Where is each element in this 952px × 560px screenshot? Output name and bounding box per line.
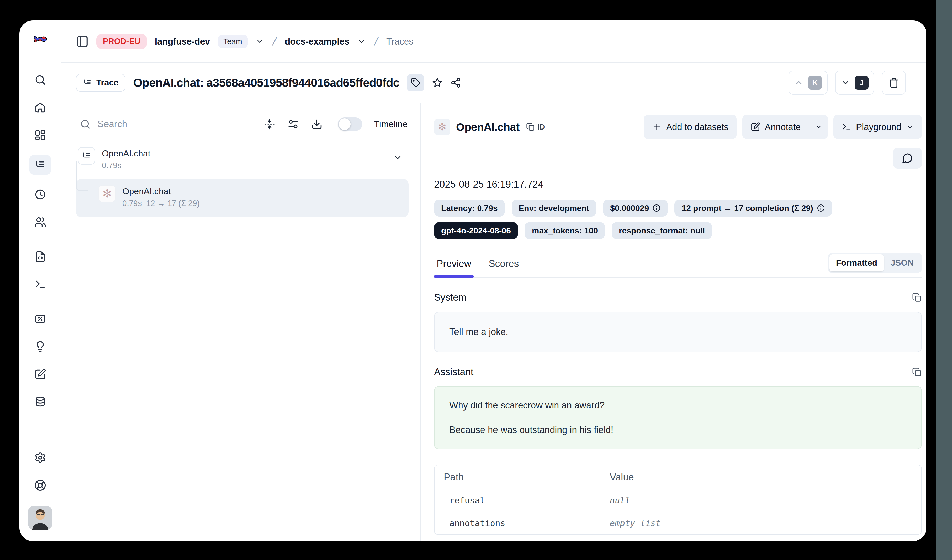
breadcrumb-separator: / bbox=[270, 35, 278, 48]
tag-icon[interactable] bbox=[407, 74, 424, 91]
org-chevron-down-icon[interactable] bbox=[255, 37, 264, 46]
user-avatar[interactable] bbox=[28, 506, 52, 530]
org-type-badge: Team bbox=[218, 35, 247, 48]
trace-tree-panel: Timeline OpenAI.chat 0.79s bbox=[62, 103, 421, 541]
detail-tabs: Preview Scores Formatted JSON bbox=[434, 253, 922, 278]
format-formatted-option[interactable]: Formatted bbox=[829, 255, 884, 271]
tab-scores[interactable]: Scores bbox=[486, 258, 521, 277]
environment-badge[interactable]: PROD-EU bbox=[96, 34, 147, 49]
system-message-box: Tell me a joke. bbox=[434, 312, 922, 352]
column-path: Path bbox=[434, 465, 610, 489]
max-tokens-badge: max_tokens: 100 bbox=[525, 222, 605, 239]
annotation-queues-icon[interactable] bbox=[34, 368, 46, 381]
trace-header-bar: Trace OpenAI.chat: a3568a4051958f944016a… bbox=[62, 63, 926, 103]
project-chevron-down-icon[interactable] bbox=[357, 37, 366, 46]
table-row: refusal null bbox=[434, 489, 921, 512]
support-icon[interactable] bbox=[34, 479, 46, 492]
trace-type-label: Trace bbox=[96, 78, 118, 88]
breadcrumb-separator: / bbox=[372, 35, 380, 48]
token-usage-badge[interactable]: 12 prompt → 17 completion (Σ 29) bbox=[674, 200, 832, 216]
assistant-message-box: Why did the scarecrow win an award? Beca… bbox=[434, 386, 922, 449]
table-row: annotations empty list bbox=[434, 512, 921, 534]
model-badge-row: gpt-4o-2024-08-06 max_tokens: 100 respon… bbox=[434, 222, 922, 239]
observation-actions: Add to datasets Annotate bbox=[644, 115, 922, 139]
response-format-badge: response_format: null bbox=[612, 222, 712, 239]
trace-title: OpenAI.chat: a3568a4051958f944016ad65ffe… bbox=[133, 76, 399, 89]
dashboards-icon[interactable] bbox=[34, 129, 46, 142]
observation-title: OpenAI.chat bbox=[456, 121, 519, 133]
content-row: Timeline OpenAI.chat 0.79s bbox=[62, 103, 926, 541]
breadcrumb-org[interactable]: langfuse-dev bbox=[155, 36, 210, 46]
playground-icon[interactable] bbox=[34, 278, 46, 291]
trace-type-badge: Trace bbox=[76, 74, 125, 92]
annotate-dropdown-chevron-icon[interactable] bbox=[809, 115, 828, 139]
root-node-duration: 0.79s bbox=[102, 160, 150, 172]
settings-icon[interactable] bbox=[34, 451, 46, 464]
system-section-title: System bbox=[434, 292, 467, 303]
copy-icon[interactable] bbox=[912, 293, 922, 302]
main-column: PROD-EU langfuse-dev Team / docs-example… bbox=[62, 20, 926, 541]
timeline-toggle[interactable] bbox=[338, 117, 362, 131]
delete-trace-button[interactable] bbox=[882, 71, 906, 95]
users-icon[interactable] bbox=[34, 216, 46, 228]
annotate-split-button: Annotate bbox=[742, 115, 828, 139]
tree-toolbar: Timeline bbox=[62, 112, 420, 136]
table-header-row: Path Value bbox=[434, 465, 921, 489]
prev-trace-button[interactable]: K bbox=[789, 71, 828, 95]
breadcrumb-project[interactable]: docs-examples bbox=[285, 36, 349, 46]
home-icon[interactable] bbox=[34, 101, 46, 114]
sessions-icon[interactable] bbox=[34, 188, 46, 201]
cost-badge[interactable]: $0.000029 bbox=[603, 200, 668, 216]
tab-preview[interactable]: Preview bbox=[434, 258, 474, 277]
insights-icon[interactable] bbox=[34, 340, 46, 353]
format-toggle: Formatted JSON bbox=[828, 253, 922, 273]
root-node-name: OpenAI.chat bbox=[102, 147, 150, 160]
langfuse-logo[interactable] bbox=[33, 34, 48, 45]
search-icon bbox=[80, 119, 91, 130]
bookmark-star-icon[interactable] bbox=[432, 77, 443, 88]
info-icon bbox=[817, 204, 825, 212]
comment-row bbox=[434, 148, 922, 169]
path-cell: annotations bbox=[434, 512, 610, 534]
add-to-datasets-button[interactable]: Add to datasets bbox=[644, 115, 737, 139]
value-cell: empty list bbox=[610, 512, 921, 534]
tracing-icon[interactable] bbox=[29, 155, 51, 174]
app-window: PROD-EU langfuse-dev Team / docs-example… bbox=[20, 20, 926, 541]
collapse-all-icon[interactable] bbox=[264, 119, 275, 130]
column-value: Value bbox=[610, 465, 921, 489]
view-settings-icon[interactable] bbox=[287, 119, 299, 130]
env-badge: Env: development bbox=[512, 200, 597, 216]
path-cell: refusal bbox=[434, 489, 610, 512]
model-badge[interactable]: gpt-4o-2024-08-06 bbox=[434, 222, 518, 239]
collapse-node-chevron-icon[interactable] bbox=[393, 153, 402, 172]
next-trace-button[interactable]: J bbox=[835, 71, 874, 95]
tree-root-node[interactable]: OpenAI.chat 0.79s bbox=[72, 144, 414, 172]
timeline-toggle-label: Timeline bbox=[374, 119, 408, 129]
metrics-badge-row: Latency: 0.79s Env: development $0.00002… bbox=[434, 200, 922, 216]
copy-id-button[interactable]: ID bbox=[526, 123, 545, 131]
format-json-option[interactable]: JSON bbox=[884, 255, 920, 271]
observation-timestamp: 2025-08-25 16:19:17.724 bbox=[434, 179, 922, 190]
annotate-button[interactable]: Annotate bbox=[742, 115, 809, 139]
openai-node-icon: ✻ bbox=[98, 185, 116, 202]
child-node-meta: 0.79s 12 → 17 (Σ 29) bbox=[122, 197, 200, 210]
output-path-value-table: Path Value refusal null annotations empt… bbox=[434, 464, 922, 535]
keyboard-shortcut-k: K bbox=[808, 76, 822, 89]
breadcrumb-page[interactable]: Traces bbox=[386, 36, 414, 46]
prompts-icon[interactable] bbox=[34, 250, 46, 263]
desktop-background-strip bbox=[936, 0, 952, 560]
download-icon[interactable] bbox=[311, 119, 322, 130]
share-icon[interactable] bbox=[450, 77, 461, 88]
evaluations-icon[interactable] bbox=[34, 313, 46, 325]
id-label: ID bbox=[538, 123, 545, 131]
comments-button[interactable] bbox=[893, 148, 922, 169]
datasets-icon[interactable] bbox=[34, 395, 46, 408]
search-input[interactable] bbox=[97, 119, 252, 130]
trace-node-icon bbox=[78, 147, 95, 165]
assistant-line-2: Because he was outstanding in his field! bbox=[450, 424, 906, 435]
search-icon[interactable] bbox=[34, 74, 46, 86]
playground-button[interactable]: Playground bbox=[833, 115, 922, 139]
sidebar-toggle-icon[interactable] bbox=[76, 35, 89, 48]
tree-child-node-selected[interactable]: ✻ OpenAI.chat 0.79s 12 → 17 (Σ 29) bbox=[76, 179, 409, 217]
copy-icon[interactable] bbox=[912, 367, 922, 377]
